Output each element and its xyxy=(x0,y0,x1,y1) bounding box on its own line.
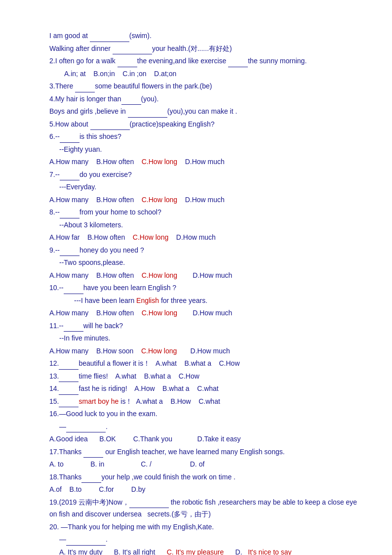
line-7: 7.--do you exercise? xyxy=(49,169,362,181)
blank-4a xyxy=(121,97,141,105)
options-2: A.in; at B.on;in C.in ;on D.at;on xyxy=(49,68,362,80)
line-8: 8.--from your home to school? xyxy=(49,206,362,218)
blank-boys xyxy=(128,110,167,118)
line-11: 11.--will he back? xyxy=(49,320,362,332)
blank-2a xyxy=(118,59,137,67)
blank-13 xyxy=(59,374,78,382)
line-6: 6.--is this shoes? xyxy=(49,130,362,143)
line-15: 15.smart boy he is！ A.what a B.How C.wha… xyxy=(49,395,362,408)
line-9: 9.--honey do you need ? xyxy=(49,244,362,256)
options-16: A.Good idea B.OK C.Thank you D.Take it e… xyxy=(49,433,362,445)
line-14: 14.fast he is riding! A.How B.what a C.w… xyxy=(49,383,362,395)
blank-5 xyxy=(90,122,130,130)
blank-swim xyxy=(90,34,129,42)
blank-16 xyxy=(66,425,106,432)
answer-8: --About 3 kilometers. xyxy=(49,219,362,231)
answer-16: —. xyxy=(49,421,362,433)
answer-6: --Eighty yuan. xyxy=(49,143,362,156)
line-3: 3.There some beautiful flowers in the pa… xyxy=(49,80,362,92)
blank-19 xyxy=(129,500,169,508)
options-20: A. It's my duty B. It's all right C. It'… xyxy=(49,546,362,555)
blank-15 xyxy=(59,399,78,407)
line-5: 5.How about (practice)speaking English? xyxy=(49,118,362,130)
blank-8 xyxy=(60,211,79,218)
blank-18 xyxy=(81,475,101,483)
line-walking: Walking after dinner your health.(对.....… xyxy=(49,43,362,55)
blank-2b xyxy=(228,59,248,67)
options-17: A. to B. in C. / D. of xyxy=(49,458,362,470)
options-7: A.How many B.How often C.How long D.How … xyxy=(49,194,362,206)
options-8: A.How far B.How often C.How long D.How m… xyxy=(49,231,362,244)
blank-11 xyxy=(64,324,83,332)
answer-9: --Two spoons,please. xyxy=(49,256,362,269)
blank-walking xyxy=(113,46,152,54)
answer-11: --In five minutes. xyxy=(49,332,362,344)
line-10: 10.--have you been learn English ? xyxy=(49,282,362,294)
line-17: 17.Thanks our English teacher, we have l… xyxy=(49,446,362,458)
options-10: A.How many B.How often C.How long D.How … xyxy=(49,307,362,319)
line-2: 2.I often go for a walk the evening,and … xyxy=(49,55,362,67)
blank-20 xyxy=(66,538,106,546)
line-12: 12.beautiful a flower it is！ A.what B.wh… xyxy=(49,357,362,370)
page-content: I am good at (swim). Walking after dinne… xyxy=(49,30,362,555)
answer-10: ---I have been learn English for three y… xyxy=(49,295,362,307)
blank-10 xyxy=(64,286,83,294)
answer-7: ---Everyday. xyxy=(49,181,362,193)
line-18: 18.Thanksyour help ,we could finish the … xyxy=(49,471,362,483)
blank-14 xyxy=(59,387,78,395)
line-4: 4.My hair is longer than(you). xyxy=(49,93,362,105)
options-18: A.of B.to C.for D.by xyxy=(49,483,362,496)
line-16: 16.—Good luck to you in the exam. xyxy=(49,408,362,420)
blank-6 xyxy=(60,135,79,143)
blank-12 xyxy=(59,362,78,370)
blank-9 xyxy=(60,248,79,256)
line-swim: I am good at (swim). xyxy=(49,30,362,42)
options-9: A.How many B.How often C.How long D.How … xyxy=(49,269,362,282)
options-6: A.How many B.How often C.How long D.How … xyxy=(49,156,362,168)
blank-7 xyxy=(60,172,79,180)
line-13: 13.time flies! A.what B.what a C.How xyxy=(49,370,362,383)
answer-20: —. xyxy=(49,533,362,546)
options-11: A.How many B.How soon C.How long D.How m… xyxy=(49,345,362,357)
line-boys: Boys and girls ,believe in (you),you can… xyxy=(49,105,362,118)
line-19: 19.(2019 云南中考)Now， the robotic fish ,res… xyxy=(49,496,362,520)
blank-17 xyxy=(83,450,103,458)
blank-3 xyxy=(75,85,95,92)
line-20: 20. —Thank you for helping me with my En… xyxy=(49,521,362,533)
